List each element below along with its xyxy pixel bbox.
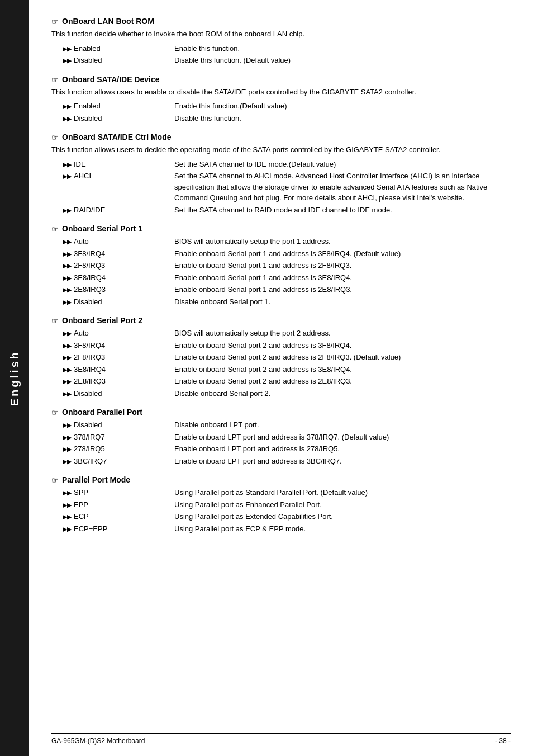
arrow-icon: ▶▶ xyxy=(63,114,72,124)
section-title-text-onboard-serial-port-2: Onboard Serial Port 2 xyxy=(62,316,142,325)
section-icon-onboard-parallel-port: ☞ xyxy=(51,408,59,417)
arrow-icon: ▶▶ xyxy=(63,237,72,247)
option-value: Using Parallel port as Extended Capabili… xyxy=(174,511,511,522)
arrow-icon: ▶▶ xyxy=(63,273,72,283)
footer-left: GA-965GM-(D)S2 Motherboard xyxy=(51,737,145,745)
arrow-icon: ▶▶ xyxy=(63,297,72,307)
section-desc-onboard-sata-ide-ctrl-mode: This function allows users to decide the… xyxy=(51,144,511,155)
option-value: Disable onboard LPT port. xyxy=(174,419,511,431)
option-row: ▶▶ECP+EPPUsing Parallel port as ECP & EP… xyxy=(63,523,511,535)
option-key: ▶▶RAID/IDE xyxy=(63,205,174,216)
section-onboard-parallel-port: ☞Onboard Parallel Port▶▶DisabledDisable … xyxy=(51,408,511,466)
option-row: ▶▶DisabledDisable onboard Serial port 1. xyxy=(63,296,511,308)
option-row: ▶▶EnabledEnable this function.(Default v… xyxy=(63,101,511,112)
option-value: Enable onboard Serial port 2 and address… xyxy=(174,364,511,375)
section-title-text-onboard-parallel-port: Onboard Parallel Port xyxy=(62,408,142,417)
option-key-text: 3BC/IRQ7 xyxy=(74,456,107,467)
arrow-icon: ▶▶ xyxy=(63,285,72,295)
option-row: ▶▶EPPUsing Parallel port as Enhanced Par… xyxy=(63,499,511,511)
option-value: Enable onboard Serial port 1 and address… xyxy=(174,248,511,259)
option-key: ▶▶SPP xyxy=(63,487,174,498)
option-key-text: 2E8/IRQ3 xyxy=(74,284,106,295)
option-row: ▶▶EnabledEnable this function. xyxy=(63,43,511,54)
arrow-icon: ▶▶ xyxy=(63,365,72,375)
option-key: ▶▶Disabled xyxy=(63,388,174,399)
option-key-text: Disabled xyxy=(74,113,102,124)
arrow-icon: ▶▶ xyxy=(63,420,72,430)
sidebar-label: English xyxy=(8,350,21,406)
arrow-icon: ▶▶ xyxy=(63,353,72,362)
option-key: ▶▶Enabled xyxy=(63,101,174,112)
option-key-text: 3E8/IRQ4 xyxy=(74,272,106,284)
option-key: ▶▶378/IRQ7 xyxy=(63,432,174,443)
arrow-icon: ▶▶ xyxy=(63,433,72,442)
option-key-text: 3F8/IRQ4 xyxy=(74,340,105,351)
option-key-text: AHCI xyxy=(74,171,91,182)
arrow-icon: ▶▶ xyxy=(63,160,72,169)
option-key: ▶▶IDE xyxy=(63,159,174,170)
option-key-text: Disabled xyxy=(74,55,102,66)
arrow-icon: ▶▶ xyxy=(63,206,72,215)
option-row: ▶▶ECPUsing Parallel port as Extended Cap… xyxy=(63,511,511,522)
option-value: Set the SATA channel to IDE mode.(Defaul… xyxy=(174,159,511,170)
option-row: ▶▶3F8/IRQ4Enable onboard Serial port 1 a… xyxy=(63,248,511,259)
option-key: ▶▶ECP xyxy=(63,511,174,522)
option-value: Using Parallel port as Standard Parallel… xyxy=(174,487,511,498)
option-key: ▶▶3F8/IRQ4 xyxy=(63,248,174,259)
option-value: Enable this function.(Default value) xyxy=(174,101,511,112)
sidebar: English xyxy=(0,0,29,756)
option-value: BIOS will automatically setup the port 2… xyxy=(174,328,511,339)
option-row: ▶▶RAID/IDESet the SATA channel to RAID m… xyxy=(63,205,511,216)
arrow-icon: ▶▶ xyxy=(63,377,72,386)
option-value: Disable this function. (Default value) xyxy=(174,55,511,66)
option-key-text: Auto xyxy=(74,328,89,339)
section-icon-onboard-sata-ide-device: ☞ xyxy=(51,75,59,84)
option-value: Enable onboard LPT port and address is 3… xyxy=(174,456,511,467)
arrow-icon: ▶▶ xyxy=(63,341,72,351)
option-key-text: ECP+EPP xyxy=(74,523,107,535)
section-desc-onboard-lan-boot-rom: This function decide whether to invoke t… xyxy=(51,29,511,40)
section-title-onboard-sata-ide-ctrl-mode: ☞OnBoard SATA/IDE Ctrl Mode xyxy=(51,133,511,142)
option-value: Enable onboard Serial port 2 and address… xyxy=(174,376,511,387)
section-onboard-serial-port-1: ☞Onboard Serial Port 1▶▶AutoBIOS will au… xyxy=(51,224,511,307)
section-icon-onboard-serial-port-1: ☞ xyxy=(51,225,59,234)
option-key-text: Auto xyxy=(74,236,89,247)
option-row: ▶▶SPPUsing Parallel port as Standard Par… xyxy=(63,487,511,498)
section-parallel-port-mode: ☞Parallel Port Mode▶▶SPPUsing Parallel p… xyxy=(51,475,511,534)
arrow-icon: ▶▶ xyxy=(63,445,72,454)
option-row: ▶▶DisabledDisable this function. (Defaul… xyxy=(63,55,511,66)
option-row: ▶▶3BC/IRQ7Enable onboard LPT port and ad… xyxy=(63,456,511,467)
option-key-text: Enabled xyxy=(74,101,101,112)
option-row: ▶▶3E8/IRQ4Enable onboard Serial port 2 a… xyxy=(63,364,511,375)
section-title-text-onboard-sata-ide-ctrl-mode: OnBoard SATA/IDE Ctrl Mode xyxy=(62,133,171,141)
option-key: ▶▶2E8/IRQ3 xyxy=(63,376,174,387)
arrow-icon: ▶▶ xyxy=(63,500,72,510)
arrow-icon: ▶▶ xyxy=(63,389,72,399)
option-value: Enable onboard Serial port 1 and address… xyxy=(174,272,511,284)
section-desc-onboard-sata-ide-device: This function allows users to enable or … xyxy=(51,87,511,98)
option-key-text: Disabled xyxy=(74,419,102,431)
option-key-text: Disabled xyxy=(74,296,102,308)
footer: GA-965GM-(D)S2 Motherboard - 38 - xyxy=(51,733,511,745)
option-key-text: Enabled xyxy=(74,43,101,54)
option-key-text: 2F8/IRQ3 xyxy=(74,260,105,271)
option-value: Disable this function. xyxy=(174,113,511,124)
option-row: ▶▶378/IRQ7Enable onboard LPT port and ad… xyxy=(63,432,511,443)
option-table-onboard-lan-boot-rom: ▶▶EnabledEnable this function.▶▶Disabled… xyxy=(63,43,511,66)
sections-container: ☞OnBoard LAN Boot ROMThis function decid… xyxy=(51,17,511,534)
option-key: ▶▶ECP+EPP xyxy=(63,523,174,535)
option-row: ▶▶DisabledDisable onboard LPT port. xyxy=(63,419,511,431)
option-value: Using Parallel port as Enhanced Parallel… xyxy=(174,499,511,511)
section-onboard-serial-port-2: ☞Onboard Serial Port 2▶▶AutoBIOS will au… xyxy=(51,316,511,399)
arrow-icon: ▶▶ xyxy=(63,525,72,534)
arrow-icon: ▶▶ xyxy=(63,488,72,498)
option-table-parallel-port-mode: ▶▶SPPUsing Parallel port as Standard Par… xyxy=(63,487,511,534)
option-value: Enable onboard LPT port and address is 2… xyxy=(174,443,511,455)
option-key: ▶▶AHCI xyxy=(63,171,174,182)
option-key-text: 378/IRQ7 xyxy=(74,432,105,443)
footer-right: - 38 - xyxy=(495,737,511,745)
section-onboard-lan-boot-rom: ☞OnBoard LAN Boot ROMThis function decid… xyxy=(51,17,511,66)
option-key-text: 2F8/IRQ3 xyxy=(74,352,105,363)
option-key: ▶▶3E8/IRQ4 xyxy=(63,272,174,284)
section-title-onboard-parallel-port: ☞Onboard Parallel Port xyxy=(51,408,511,417)
